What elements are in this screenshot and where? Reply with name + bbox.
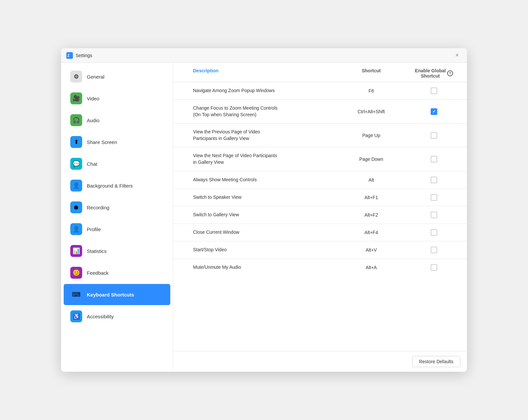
sidebar-item-statistics[interactable]: 📊Statistics <box>64 240 170 262</box>
help-icon[interactable]: ? <box>447 70 453 76</box>
keyboard-shortcuts-icon: ⌨ <box>70 289 82 300</box>
sidebar-label-keyboard-shortcuts: Keyboard Shortcuts <box>87 292 134 298</box>
shortcut-check-cell <box>408 247 460 253</box>
table-row: View the Next Page of Video Participants… <box>173 147 467 171</box>
sidebar-item-feedback[interactable]: 😊Feedback <box>64 262 170 283</box>
titlebar-left: Z Settings <box>66 52 92 59</box>
sidebar-item-profile[interactable]: 👤Profile <box>64 219 170 240</box>
shortcut-check-cell <box>408 194 460 201</box>
shortcut-key: Alt+V <box>335 247 408 253</box>
global-shortcut-checkbox[interactable] <box>431 108 437 115</box>
sidebar: ⚙General🎥Video🎧Audio⬆Share Screen💬Chat👤B… <box>61 63 173 372</box>
global-shortcut-checkbox[interactable] <box>431 247 437 253</box>
shortcut-key: Ctrl+Alt+Shift <box>335 109 408 114</box>
shortcut-key: Alt+F2 <box>335 212 408 218</box>
shortcut-description: Always Show Meeting Controls <box>193 177 335 183</box>
table-row: Change Focus to Zoom Meeting Controls (O… <box>173 100 467 123</box>
sidebar-label-feedback: Feedback <box>87 270 109 276</box>
shortcut-check-cell <box>408 156 460 162</box>
sidebar-item-recording[interactable]: ⏺Recording <box>64 197 170 218</box>
feedback-icon: 😊 <box>70 267 82 279</box>
sidebar-label-recording: Recording <box>87 205 109 210</box>
shortcut-key: Page Down <box>335 157 408 162</box>
titlebar: Z Settings × <box>61 48 467 63</box>
global-shortcut-checkbox[interactable] <box>431 194 437 201</box>
main-panel: Description Shortcut Enable Global Short… <box>173 63 467 372</box>
footer: Restore Defaults <box>173 351 467 372</box>
col-global-header: Enable Global Shortcut ? <box>408 68 460 79</box>
settings-window: Z Settings × ⚙General🎥Video🎧Audio⬆Share … <box>61 48 467 372</box>
chat-icon: 💬 <box>70 158 82 170</box>
shortcut-description: Switch to Speaker View <box>193 194 335 201</box>
global-shortcut-checkbox[interactable] <box>431 264 437 271</box>
background-filters-icon: 👤 <box>70 180 82 192</box>
shortcut-description: Navigate Among Zoom Popup Windows <box>193 88 335 94</box>
table-row: Always Show Meeting ControlsAlt <box>173 171 467 189</box>
shortcut-key: Alt+F4 <box>335 230 408 235</box>
table-header: Description Shortcut Enable Global Short… <box>173 63 467 82</box>
shortcut-description: Change Focus to Zoom Meeting Controls (O… <box>193 105 335 118</box>
shortcut-key: Alt+A <box>335 265 408 270</box>
table-row: Close Current WindowAlt+F4 <box>173 224 467 241</box>
table-row: View the Previous Page of Video Particip… <box>173 123 467 147</box>
shortcut-check-cell <box>408 229 460 236</box>
close-button[interactable]: × <box>452 51 462 60</box>
global-shortcut-checkbox[interactable] <box>431 212 437 218</box>
sidebar-item-keyboard-shortcuts[interactable]: ⌨Keyboard Shortcuts <box>64 284 170 305</box>
general-icon: ⚙ <box>70 71 82 83</box>
window-title: Settings <box>76 53 92 58</box>
sidebar-item-general[interactable]: ⚙General <box>64 66 170 87</box>
table-row: Mute/Unmute My AudioAlt+A <box>173 259 467 276</box>
table-row: Switch to Gallery ViewAlt+F2 <box>173 206 467 224</box>
sidebar-item-video[interactable]: 🎥Video <box>64 88 170 109</box>
shortcut-key: Alt <box>335 177 408 183</box>
audio-icon: 🎧 <box>70 114 82 126</box>
sidebar-label-statistics: Statistics <box>87 248 107 254</box>
shortcut-check-cell <box>408 108 460 115</box>
sidebar-label-background-filters: Background & Filters <box>87 183 133 189</box>
sidebar-label-audio: Audio <box>87 118 99 123</box>
sidebar-label-video: Video <box>87 96 99 101</box>
sidebar-label-chat: Chat <box>87 161 97 167</box>
col-shortcut-header: Shortcut <box>335 68 408 79</box>
global-shortcut-checkbox[interactable] <box>431 132 437 139</box>
global-shortcut-checkbox[interactable] <box>431 88 437 94</box>
sidebar-item-share-screen[interactable]: ⬆Share Screen <box>64 131 170 153</box>
sidebar-item-accessibility[interactable]: ♿Accessibility <box>64 306 170 327</box>
sidebar-item-background-filters[interactable]: 👤Background & Filters <box>64 175 170 196</box>
zoom-logo-icon: Z <box>66 52 73 59</box>
shortcut-check-cell <box>408 177 460 183</box>
restore-defaults-button[interactable]: Restore Defaults <box>412 356 460 367</box>
profile-icon: 👤 <box>70 223 82 235</box>
shortcut-description: Start/Stop Video <box>193 247 335 253</box>
share-screen-icon: ⬆ <box>70 136 82 148</box>
main-content: ⚙General🎥Video🎧Audio⬆Share Screen💬Chat👤B… <box>61 63 467 372</box>
shortcut-check-cell <box>408 88 460 94</box>
shortcut-description: View the Previous Page of Video Particip… <box>193 129 335 142</box>
svg-text:Z: Z <box>67 53 70 57</box>
col-description-header: Description <box>193 68 335 79</box>
table-row: Switch to Speaker ViewAlt+F1 <box>173 189 467 206</box>
shortcut-check-cell <box>408 264 460 271</box>
sidebar-item-audio[interactable]: 🎧Audio <box>64 110 170 131</box>
global-shortcut-checkbox[interactable] <box>431 177 437 183</box>
shortcut-description: Close Current Window <box>193 229 335 236</box>
shortcut-check-cell <box>408 212 460 218</box>
table-row: Navigate Among Zoom Popup WindowsF6 <box>173 82 467 100</box>
sidebar-label-profile: Profile <box>87 227 101 232</box>
global-shortcut-checkbox[interactable] <box>431 229 437 236</box>
sidebar-label-general: General <box>87 74 104 80</box>
shortcuts-list: Navigate Among Zoom Popup WindowsF6Chang… <box>173 82 467 351</box>
global-shortcut-checkbox[interactable] <box>431 156 437 162</box>
statistics-icon: 📊 <box>70 245 82 257</box>
shortcut-key: F6 <box>335 88 408 93</box>
sidebar-label-share-screen: Share Screen <box>87 139 117 145</box>
shortcut-description: Mute/Unmute My Audio <box>193 264 335 271</box>
accessibility-icon: ♿ <box>70 310 82 322</box>
sidebar-item-chat[interactable]: 💬Chat <box>64 153 170 174</box>
shortcut-key: Alt+F1 <box>335 195 408 200</box>
video-icon: 🎥 <box>70 92 82 104</box>
table-row: Start/Stop VideoAlt+V <box>173 241 467 259</box>
col-global-text: Enable Global Shortcut <box>415 68 446 79</box>
shortcut-key: Page Up <box>335 133 408 138</box>
